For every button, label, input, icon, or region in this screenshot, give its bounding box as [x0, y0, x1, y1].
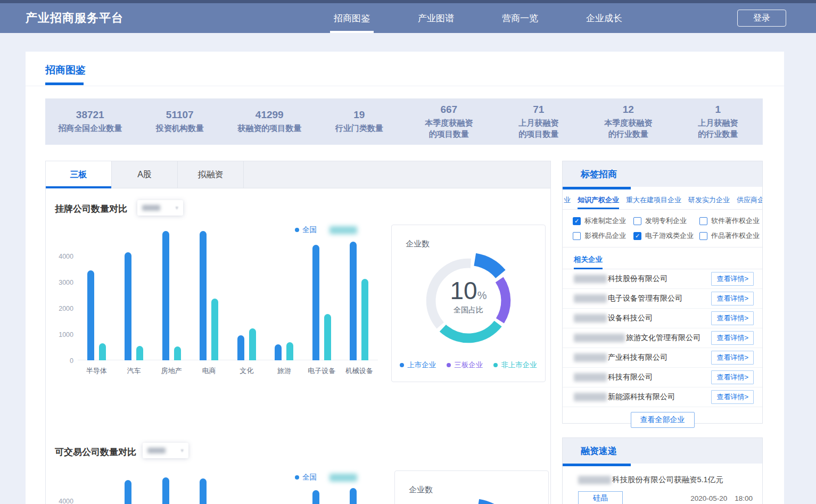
filter-dropdown[interactable]: ▾: [143, 443, 188, 458]
bar: [286, 342, 293, 360]
bar: [324, 314, 331, 360]
donut-chart: [419, 494, 524, 504]
nav-item[interactable]: 营商一览: [498, 3, 542, 33]
company-name: 科技有限公司: [574, 373, 711, 382]
chevron-down-icon: ▾: [175, 204, 178, 211]
bar: [211, 299, 218, 360]
checkbox-checked[interactable]: ✓: [573, 217, 581, 225]
market-tab[interactable]: A股: [112, 161, 178, 188]
view-detail-button[interactable]: 查看详情>: [711, 370, 754, 384]
donut-center-label: 全国占比: [392, 305, 545, 315]
legend-label: 全国: [302, 225, 317, 235]
bar: [312, 490, 319, 504]
company-name: 旅游文化管理有限公司: [574, 333, 711, 343]
legend-item-redacted[interactable]: [329, 474, 357, 482]
login-button[interactable]: 登录: [737, 10, 786, 27]
x-axis-label: 机械设备: [345, 366, 373, 376]
legend-item[interactable]: 上市企业: [400, 360, 436, 370]
charts-panel: 三板A股拟融资 挂牌公司数量对比 ▾ 01000200030004000半导体汽…: [45, 161, 551, 504]
bar-group: 电子设备: [303, 230, 341, 360]
nav-menu: 招商图鉴产业图谱营商一览企业成长: [330, 3, 626, 33]
view-detail-button[interactable]: 查看详情>: [711, 292, 754, 305]
filter-label: 标准制定企业: [584, 216, 626, 226]
legend-label: 非上市企业: [501, 360, 537, 370]
tag-tab[interactable]: 知识产权企业: [578, 195, 619, 209]
tag-tab[interactable]: 重大在建项目企业: [626, 195, 681, 209]
filter-checkbox[interactable]: ✓标准制定企业: [573, 216, 632, 226]
stat-value: 12: [623, 104, 634, 115]
funding-date: 2020-05-20: [690, 494, 727, 502]
bar-pair: [312, 245, 331, 360]
view-detail-button[interactable]: 查看详情>: [711, 331, 754, 345]
filter-label: 影视作品企业: [584, 231, 626, 241]
stat-item: 667本季度获融资的项目数量: [404, 98, 494, 145]
bar: [237, 335, 244, 360]
industry-tag[interactable]: 硅晶: [578, 491, 623, 504]
stat-label-line: 的行业数量: [604, 129, 652, 139]
redacted-text: [574, 334, 625, 342]
x-axis-label: 汽车: [127, 366, 141, 376]
y-axis: 01000200030004000: [52, 230, 73, 360]
tag-tab[interactable]: 供应商企业: [737, 195, 762, 209]
legend-item[interactable]: 非上市企业: [493, 360, 537, 370]
stat-label-line: 上月获融资: [698, 118, 738, 128]
bar: [312, 245, 319, 360]
market-tab[interactable]: 拟融资: [178, 161, 244, 188]
company-name-suffix: 新能源科技有限公司: [608, 392, 675, 402]
view-all-companies-button[interactable]: 查看全部企业: [631, 412, 695, 428]
filter-checkbox[interactable]: ✓电子游戏类企业: [633, 231, 698, 241]
stat-value: 667: [440, 104, 457, 115]
company-name: 新能源科技有限公司: [574, 392, 711, 402]
related-companies-title: 相关企业: [574, 255, 603, 269]
donut-legend: 上市企业三板企业非上市企业: [392, 360, 545, 370]
bar: [200, 231, 207, 360]
bar: [99, 343, 106, 360]
y-axis-tick: 3000: [59, 279, 73, 286]
market-tab[interactable]: 三板: [46, 161, 112, 188]
nav-item[interactable]: 招商图鉴: [330, 3, 374, 33]
legend-item[interactable]: 全国: [295, 225, 317, 235]
bar-pair: [275, 342, 293, 360]
checkbox-checked[interactable]: ✓: [633, 232, 641, 240]
filter-checkbox[interactable]: 软件著作权企业: [699, 216, 766, 226]
bar-pair: [237, 328, 256, 360]
stat-label-line: 的行业数量: [698, 129, 738, 139]
checkbox-unchecked[interactable]: [573, 232, 581, 240]
stat-value: 41299: [255, 109, 284, 121]
funding-headline-text: 科技股份有限公司获融资5.1亿元: [612, 475, 723, 485]
filter-checkbox[interactable]: 影视作品企业: [573, 231, 632, 241]
tag-tab[interactable]: 研发实力企业: [688, 195, 730, 209]
checkbox-unchecked[interactable]: [633, 217, 641, 225]
bar-group: 电商: [191, 230, 228, 360]
legend-item[interactable]: 三板企业: [447, 360, 483, 370]
tag-tab[interactable]: 业: [564, 195, 571, 209]
market-tabs: 三板A股拟融资: [46, 161, 550, 188]
checkbox-unchecked[interactable]: [699, 217, 707, 225]
bar-pair: [162, 231, 181, 360]
view-detail-button[interactable]: 查看详情>: [711, 390, 754, 404]
company-row: 新能源科技有限公司查看详情>: [563, 387, 762, 407]
legend-item-redacted[interactable]: [329, 226, 357, 234]
legend-item[interactable]: 全国: [295, 473, 317, 482]
redacted-text: [147, 448, 166, 453]
redacted-text: [574, 393, 607, 401]
bar: [136, 346, 143, 360]
bar: [350, 242, 357, 360]
view-detail-button[interactable]: 查看详情>: [711, 351, 754, 365]
x-axis-label: 旅游: [277, 366, 291, 376]
view-detail-button[interactable]: 查看详情>: [711, 272, 754, 286]
nav-item[interactable]: 产业图谱: [414, 3, 458, 33]
bar-group: 旅游: [266, 230, 303, 360]
stat-item: 51107投资机构数量: [135, 98, 225, 145]
filter-dropdown[interactable]: ▾: [137, 200, 183, 216]
stat-item: 1上月获融资的行业数量: [673, 98, 763, 145]
filter-checkbox[interactable]: 发明专利企业: [633, 216, 698, 226]
bar-pair: [162, 477, 181, 504]
filter-checkbox[interactable]: 作品著作权企业: [699, 231, 766, 241]
stat-item: 71上月获融资的项目数量: [494, 98, 584, 145]
bar-group: 半导体: [78, 230, 116, 360]
nav-item[interactable]: 企业成长: [582, 3, 626, 33]
checkbox-unchecked[interactable]: [699, 232, 707, 240]
funding-datetime: 2020-05-20 18:00: [690, 494, 753, 502]
view-detail-button[interactable]: 查看详情>: [711, 311, 754, 325]
